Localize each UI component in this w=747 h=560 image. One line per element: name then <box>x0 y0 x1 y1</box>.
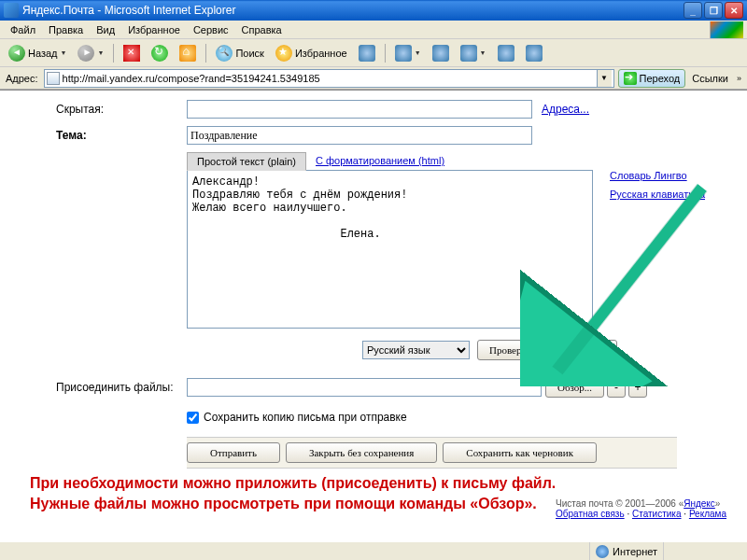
home-button[interactable] <box>175 42 201 64</box>
address-label: Адрес: <box>4 73 40 84</box>
mail-icon <box>395 45 412 62</box>
hidden-input[interactable] <box>187 100 532 119</box>
translit-button[interactable]: Translit <box>561 340 617 360</box>
ie-icon <box>4 3 19 18</box>
resize-grip <box>663 542 747 560</box>
menu-help[interactable]: Справка <box>235 22 289 37</box>
status-bar: Интернет <box>0 541 747 560</box>
content-area: Скрытая: Адреса... Тема: Простой текст (… <box>0 90 747 541</box>
tab-plain-text[interactable]: Простой текст (plain) <box>187 152 306 171</box>
menu-view[interactable]: Вид <box>90 22 121 37</box>
maximize-button[interactable]: ❐ <box>704 2 723 19</box>
favorites-button[interactable]: Избранное <box>271 42 352 64</box>
address-dropdown[interactable]: ▼ <box>597 70 612 87</box>
search-label: Поиск <box>235 48 263 59</box>
close-no-save-button[interactable]: Закрыть без сохранения <box>286 442 437 463</box>
window-title: Яндекс.Почта - Microsoft Internet Explor… <box>22 4 684 17</box>
history-button[interactable] <box>354 42 380 64</box>
forward-icon <box>78 45 94 62</box>
mail-button[interactable]: ▼ <box>390 42 426 64</box>
address-input-wrap[interactable]: ▼ <box>44 69 614 88</box>
toolbar: Назад ▼ ▼ Поиск Избранное ▼ ▼ <box>0 39 747 67</box>
refresh-button[interactable] <box>147 42 173 64</box>
menu-favorites[interactable]: Избранное <box>121 22 187 37</box>
address-bar: Адрес: ▼ Переход Ссылки » <box>0 67 747 90</box>
edit-button[interactable]: ▼ <box>456 42 491 64</box>
check-button[interactable]: Проверить.. <box>477 340 554 360</box>
addresses-link[interactable]: Адреса... <box>542 103 589 116</box>
chevron-down-icon: ▼ <box>480 49 486 56</box>
language-select[interactable]: Русский язык <box>362 341 470 359</box>
history-icon <box>359 45 375 62</box>
browse-button[interactable]: Обзор... <box>545 377 604 398</box>
remove-attach-button[interactable]: - <box>607 377 626 398</box>
messenger-button[interactable] <box>521 42 547 64</box>
ads-link[interactable]: Реклама <box>689 509 726 519</box>
back-label: Назад <box>28 48 58 59</box>
chevron-down-icon: ▼ <box>415 49 421 56</box>
save-copy-checkbox[interactable] <box>187 412 199 424</box>
go-label: Переход <box>640 73 681 84</box>
hidden-label: Скрытая: <box>56 103 187 116</box>
chevron-right-icon[interactable]: » <box>735 74 743 83</box>
close-button[interactable]: ✕ <box>725 2 743 19</box>
send-button[interactable]: Отправить <box>187 442 280 463</box>
separator <box>113 44 114 63</box>
save-copy-label: Сохранить копию письма при отправке <box>204 411 407 424</box>
page-icon <box>47 72 60 85</box>
zone-indicator: Интернет <box>589 542 663 560</box>
keyboard-link[interactable]: Русская клавиатура <box>610 189 705 200</box>
search-icon <box>216 45 233 62</box>
message-textarea[interactable]: Александр! Поздравляю тебя с днём рожден… <box>187 170 593 329</box>
tab-html-link[interactable]: С форматированием (html) <box>306 152 454 171</box>
stop-button[interactable] <box>119 42 145 64</box>
minimize-button[interactable]: _ <box>684 2 702 19</box>
save-draft-button[interactable]: Сохранить как черновик <box>443 442 597 463</box>
forward-button[interactable]: ▼ <box>73 42 108 64</box>
address-input[interactable] <box>63 73 597 84</box>
print-button[interactable] <box>428 42 454 64</box>
instruction-text: При необходимости можно приложить (присо… <box>30 473 590 513</box>
menu-tools[interactable]: Сервис <box>187 22 235 37</box>
separator <box>385 44 386 63</box>
favorites-label: Избранное <box>295 48 347 59</box>
chevron-down-icon: ▼ <box>61 49 67 56</box>
refresh-icon <box>151 45 168 62</box>
chevron-down-icon: ▼ <box>97 49 104 56</box>
zone-label: Интернет <box>613 546 657 557</box>
window-titlebar: Яндекс.Почта - Microsoft Internet Explor… <box>0 0 747 21</box>
separator <box>205 44 206 63</box>
menu-file[interactable]: Файл <box>4 22 42 37</box>
menu-bar: Файл Правка Вид Избранное Сервис Справка <box>0 21 747 39</box>
star-icon <box>275 45 292 62</box>
subject-input[interactable] <box>187 126 532 145</box>
edit-icon <box>460 45 477 62</box>
subject-label: Тема: <box>56 129 187 142</box>
search-button[interactable]: Поиск <box>211 42 268 64</box>
feedback-link[interactable]: Обратная связь <box>556 509 625 519</box>
internet-zone-icon <box>596 545 609 558</box>
lingvo-link[interactable]: Словарь Лингво <box>610 170 705 181</box>
back-button[interactable]: Назад ▼ <box>4 42 71 64</box>
links-label[interactable]: Ссылки <box>689 73 731 84</box>
attach-label: Присоединить файлы: <box>56 381 187 394</box>
footer-links: Чистая почта © 2001—2006 «Яндекс» Обратн… <box>556 498 726 519</box>
print-icon <box>432 45 449 62</box>
stats-link[interactable]: Статистика <box>632 509 682 519</box>
stop-icon <box>123 45 140 62</box>
home-icon <box>179 45 196 62</box>
messenger-icon <box>526 45 543 62</box>
discuss-icon <box>498 45 514 62</box>
yandex-link[interactable]: Яндекс <box>684 498 715 509</box>
go-button[interactable]: Переход <box>618 69 686 88</box>
add-attach-button[interactable]: + <box>628 377 647 398</box>
menu-edit[interactable]: Правка <box>42 22 90 37</box>
discuss-button[interactable] <box>493 42 519 64</box>
go-icon <box>624 72 637 85</box>
attach-input[interactable] <box>187 378 542 397</box>
back-icon <box>8 45 25 62</box>
windows-logo-icon <box>710 21 743 38</box>
